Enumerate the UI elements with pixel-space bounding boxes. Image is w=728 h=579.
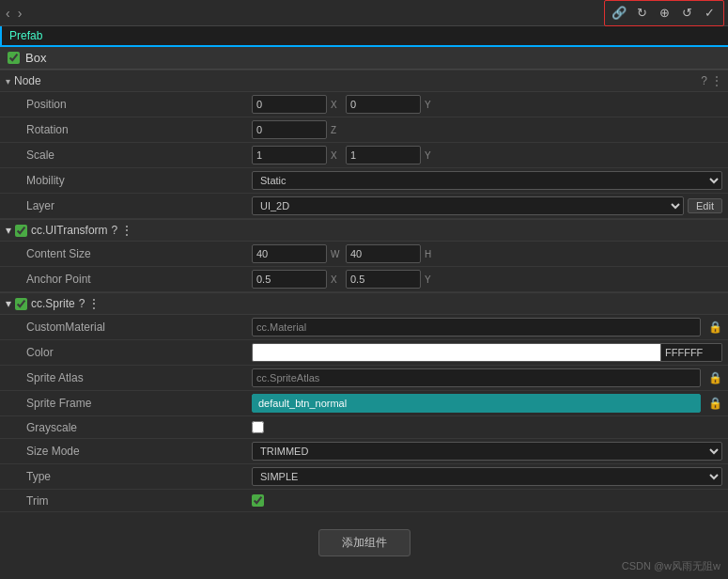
position-y-input[interactable]: [346, 95, 421, 114]
mobility-select[interactable]: Static: [252, 171, 722, 190]
prefab-toolbar: 🔗 ↻ ⊕ ↺ ✓: [604, 0, 724, 26]
node-section-header[interactable]: ▾ Node ? ⋮: [0, 70, 728, 92]
rotation-row: Rotation Z: [0, 117, 728, 143]
sprite-frame-row: Sprite Frame 🔒: [0, 391, 728, 416]
size-mode-label: Size Mode: [26, 445, 252, 458]
content-size-w-icon: W: [331, 249, 342, 259]
node-more-icon[interactable]: ⋮: [711, 74, 722, 87]
link-icon[interactable]: 🔗: [609, 3, 629, 23]
sprite-atlas-input[interactable]: [252, 368, 701, 387]
trim-label: Trim: [26, 494, 252, 508]
mobility-row: Mobility Static: [0, 168, 728, 194]
node-enabled-checkbox[interactable]: [8, 52, 20, 64]
rotation-z-axis: Z: [331, 125, 342, 135]
node-name-row: Box: [0, 47, 728, 70]
node-chevron-icon: ▾: [6, 76, 10, 86]
sprite-chevron-icon: ▾: [6, 297, 11, 310]
rotation-label: Rotation: [26, 123, 252, 136]
node-name: Box: [25, 51, 46, 65]
layer-select[interactable]: UI_2D: [252, 196, 684, 215]
size-mode-select[interactable]: TRIMMED: [252, 442, 722, 461]
sprite-atlas-label: Sprite Atlas: [26, 371, 252, 384]
scale-label: Scale: [26, 149, 252, 162]
sprite-atlas-row: Sprite Atlas 🔒: [0, 366, 728, 391]
scale-y-input[interactable]: [346, 146, 421, 164]
content-size-row: Content Size W H: [0, 242, 728, 267]
content-size-h-icon: H: [425, 249, 436, 259]
watermark: CSDN @w风雨无阻w: [622, 559, 720, 573]
uitransform-enabled-checkbox[interactable]: [15, 225, 27, 237]
nav-forward-icon[interactable]: ›: [16, 6, 24, 21]
scale-row: Scale X Y: [0, 143, 728, 168]
trim-row: Trim: [0, 490, 728, 512]
content-size-h-input[interactable]: [346, 244, 421, 263]
sprite-frame-lock-icon: 🔒: [708, 397, 722, 410]
layer-edit-button[interactable]: Edit: [688, 198, 722, 213]
layer-row: Layer UI_2D Edit: [0, 194, 728, 219]
size-mode-row: Size Mode TRIMMED: [0, 439, 728, 464]
add-component-container: 添加组件: [0, 512, 728, 573]
color-label: Color: [26, 346, 252, 359]
scale-x-input[interactable]: [252, 146, 327, 164]
sprite-atlas-lock-icon: 🔒: [708, 371, 722, 384]
type-label: Type: [26, 470, 252, 483]
position-label: Position: [26, 98, 252, 111]
anchor-point-label: Anchor Point: [26, 273, 252, 286]
type-select[interactable]: SIMPLE: [252, 467, 722, 486]
nav-back-icon[interactable]: ‹: [4, 6, 12, 21]
sprite-help-icon[interactable]: ?: [79, 297, 85, 310]
custom-material-row: CustomMaterial 🔒: [0, 315, 728, 340]
anchor-point-row: Anchor Point X Y: [0, 267, 728, 292]
content-size-label: Content Size: [26, 247, 252, 260]
mobility-label: Mobility: [26, 174, 252, 187]
sprite-section-header[interactable]: ▾ cc.Sprite ? ⋮: [0, 292, 728, 315]
position-x-axis: X: [331, 100, 342, 110]
scale-x-axis: X: [331, 150, 342, 161]
anchor-point-x-axis: X: [331, 274, 342, 285]
uitransform-section-header[interactable]: ▾ cc.UITransform ? ⋮: [0, 219, 728, 242]
content-size-w-input[interactable]: [252, 244, 327, 263]
grayscale-row: Grayscale: [0, 416, 728, 439]
revert-icon[interactable]: ↺: [676, 3, 697, 23]
check-icon[interactable]: ✓: [699, 3, 720, 23]
prefab-label: Prefab: [9, 29, 42, 42]
grayscale-label: Grayscale: [26, 421, 252, 434]
top-bar: ‹ › 🔗 ↻ ⊕ ↺ ✓: [0, 0, 728, 26]
position-y-axis: Y: [425, 100, 436, 110]
rotation-z-input[interactable]: [252, 120, 327, 139]
custom-material-label: CustomMaterial: [26, 321, 252, 334]
prefab-bar: Prefab: [0, 26, 728, 47]
custom-material-lock-icon: 🔒: [708, 321, 722, 334]
custom-material-input[interactable]: [252, 318, 701, 336]
type-row: Type SIMPLE: [0, 464, 728, 490]
node-section-title: Node: [14, 74, 697, 87]
anchor-point-y-axis: Y: [425, 274, 436, 285]
add-component-button[interactable]: 添加组件: [318, 529, 410, 556]
color-hex-input[interactable]: [661, 343, 722, 362]
color-swatch[interactable]: [252, 343, 661, 362]
uitransform-more-icon[interactable]: ⋮: [121, 224, 132, 237]
nav-buttons[interactable]: ‹ ›: [4, 6, 23, 21]
node-help-icon[interactable]: ?: [701, 74, 707, 87]
trim-checkbox[interactable]: [252, 494, 264, 507]
locate-icon[interactable]: ⊕: [654, 3, 674, 23]
sprite-frame-input[interactable]: [252, 394, 701, 413]
sprite-enabled-checkbox[interactable]: [15, 298, 27, 310]
sprite-more-icon[interactable]: ⋮: [88, 297, 100, 310]
refresh-icon[interactable]: ↻: [631, 3, 652, 23]
uitransform-section-title: cc.UITransform: [31, 224, 108, 237]
anchor-point-x-input[interactable]: [252, 270, 327, 289]
sprite-frame-label: Sprite Frame: [26, 397, 252, 410]
scale-y-axis: Y: [425, 150, 436, 161]
uitransform-help-icon[interactable]: ?: [112, 224, 118, 237]
position-x-input[interactable]: [252, 95, 327, 114]
grayscale-checkbox[interactable]: [252, 421, 264, 433]
uitransform-chevron-icon: ▾: [6, 224, 11, 237]
position-row: Position X Y: [0, 92, 728, 117]
layer-label: Layer: [26, 199, 252, 212]
sprite-section-title: cc.Sprite: [31, 297, 75, 310]
anchor-point-y-input[interactable]: [346, 270, 421, 289]
color-row: Color: [0, 340, 728, 366]
